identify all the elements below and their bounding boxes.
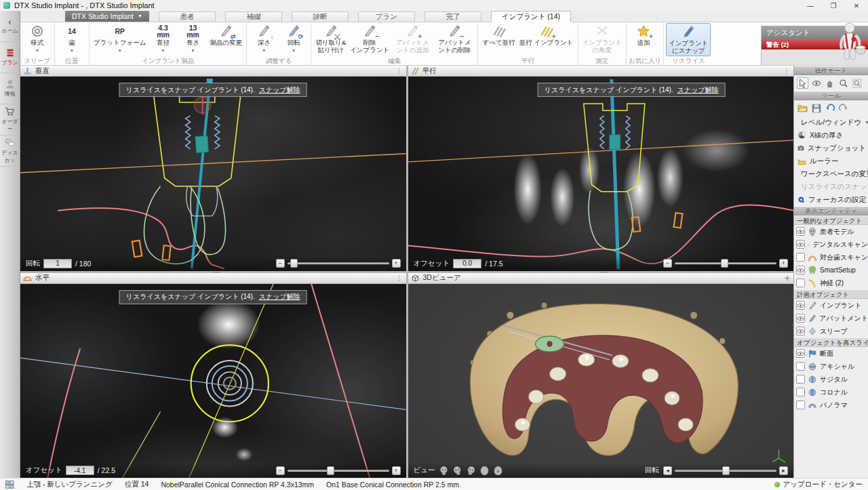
viewport-horizontal-body[interactable]: リスライスをスナップ インプラント (14). スナップ解除 オフセット -4.…	[20, 284, 406, 478]
slider-minus-button[interactable]: −	[663, 259, 672, 268]
visibility-checkbox[interactable]	[796, 388, 805, 396]
minimize-button[interactable]: —	[799, 0, 822, 11]
viewport-menu-icon[interactable]: ⋮	[783, 67, 791, 75]
skull-back-view-button[interactable]	[479, 466, 490, 476]
entity-axial[interactable]: アキシャル	[794, 360, 868, 373]
slider-plus-button[interactable]: +	[392, 259, 401, 268]
entity-cross-section[interactable]: 断面	[794, 347, 868, 360]
maximize-button[interactable]: ❐	[822, 0, 845, 11]
entity-sleeve[interactable]: スリーブ	[794, 325, 868, 338]
rotation-input[interactable]: 1	[43, 259, 72, 268]
depth-button[interactable]: ↓ 深さ ▼	[249, 23, 279, 56]
rail-item-discussion[interactable]: ディスカッ	[0, 136, 20, 167]
undo-button[interactable]	[824, 102, 835, 114]
tab-patient[interactable]: 患者	[159, 12, 216, 22]
add-favorite-button[interactable]: + 追加	[629, 23, 658, 56]
entities-header[interactable]: 表示エンティティ	[794, 206, 868, 216]
snap-to-implant-button[interactable]: インプラント にスナップ	[666, 23, 711, 56]
visibility-checkbox[interactable]	[796, 279, 805, 287]
redo-button[interactable]	[837, 102, 849, 114]
cut-paste-button[interactable]: 切り取り& 貼り付け	[313, 23, 348, 56]
tool-focus-settings[interactable]: フォーカスの設定	[794, 193, 868, 206]
slider-thumb[interactable]	[722, 466, 730, 475]
open-button[interactable]	[797, 102, 808, 114]
parallel-all-button[interactable]: すべて並行	[480, 23, 517, 56]
slider-left-button[interactable]: ◂	[663, 466, 672, 475]
horizontal-splitter-right[interactable]: •••	[408, 271, 794, 273]
chevron-down-icon[interactable]: ▼	[865, 120, 868, 125]
entity-nerve[interactable]: 神経 (2)	[794, 277, 868, 289]
delete-implant-button[interactable]: − 削除 インプラント	[348, 23, 391, 56]
tab-implant[interactable]: インプラント (14)	[491, 11, 571, 22]
viewport-menu-icon[interactable]: ⋮	[396, 274, 403, 282]
viewport-3d-body[interactable]: ビュー 回転 ◂ ▸	[408, 284, 794, 478]
skull-right-view-button[interactable]	[451, 464, 464, 477]
slider-thumb[interactable]	[290, 259, 298, 268]
viewport-vertical-body[interactable]: リスライスをスナップ インプラント (14). スナップ解除 回転 1 / 18…	[20, 77, 406, 271]
tooth-position-button[interactable]: 14 歯 ▼	[57, 23, 87, 56]
rail-item-plan[interactable]: プラン	[0, 42, 20, 73]
entity-sagittal[interactable]: サジタル	[794, 373, 868, 386]
tool-level-window[interactable]: レベル/ウィンドウ ▼	[794, 116, 868, 129]
rotation-button[interactable]: ⟳ 回転 ▼	[279, 23, 309, 56]
slider-thumb[interactable]	[327, 466, 334, 475]
entity-panorama[interactable]: パノラマ	[794, 399, 868, 411]
viewport-menu-icon[interactable]: ⋮	[396, 67, 403, 75]
entity-coronal[interactable]: コロナル	[794, 386, 868, 399]
parallel-implant-button[interactable]: + 並行 インプラント	[517, 23, 576, 56]
snap-release-link[interactable]: スナップ解除	[259, 85, 300, 95]
tab-plan[interactable]: プラン	[358, 12, 415, 22]
visibility-checkbox[interactable]	[796, 362, 805, 371]
visibility-checkbox[interactable]	[796, 314, 805, 323]
implant-angle-button[interactable]: インプラント の角度	[580, 23, 624, 56]
viewport-move-icon[interactable]: ✛	[785, 274, 791, 282]
skull-left-view-button[interactable]	[465, 464, 477, 477]
visibility-checkbox[interactable]	[796, 301, 805, 310]
sleeve-style-button[interactable]: 様式 ▼	[22, 23, 52, 56]
tool-reslice-snap[interactable]: リスライスのスナップ	[794, 180, 868, 193]
entity-abutment[interactable]: アバットメント	[794, 312, 868, 325]
slider-track[interactable]	[675, 470, 776, 472]
slider-track[interactable]	[288, 262, 389, 264]
visibility-checkbox[interactable]	[796, 349, 805, 358]
visibility-checkbox[interactable]	[796, 375, 805, 384]
entity-patient-model[interactable]: 患者モデル	[794, 225, 868, 238]
slider-plus-button[interactable]: +	[779, 259, 788, 268]
delete-abutment-button[interactable]: − アバットメントの削除	[433, 23, 475, 56]
upload-center[interactable]: アップロード・センター	[774, 480, 863, 489]
save-button[interactable]	[810, 102, 822, 114]
tab-finish[interactable]: 完了	[425, 12, 481, 22]
tools-header[interactable]: ツール	[794, 91, 868, 100]
visibility-checkbox[interactable]	[796, 240, 805, 249]
rail-item-order[interactable]: オーダー	[0, 104, 20, 136]
pan-mode-button[interactable]	[824, 77, 835, 89]
application-menu-button[interactable]: DTX Studio Implant ▼	[65, 10, 149, 22]
visibility-mode-button[interactable]	[810, 77, 822, 89]
entity-antagonist-scan[interactable]: 対合歯スキャン	[794, 251, 868, 264]
change-product-button[interactable]: ⇄ 製品の変更	[208, 23, 245, 56]
platform-button[interactable]: RP プラットフォーム ▼	[92, 23, 149, 56]
rail-item-info[interactable]: 情報	[0, 73, 20, 104]
skull-front-view-button[interactable]	[439, 466, 449, 476]
rail-item-home[interactable]: ‹ ホーム	[0, 11, 20, 42]
slider-plus-button[interactable]: +	[392, 466, 401, 475]
add-abutment-button[interactable]: + アバットメントの追加	[391, 23, 433, 56]
select-mode-button[interactable]	[797, 77, 808, 89]
close-button[interactable]: ✕	[845, 0, 868, 11]
visibility-checkbox[interactable]	[796, 253, 805, 262]
entity-dental-scan[interactable]: デンタルスキャン	[794, 238, 868, 251]
tool-change-workspace[interactable]: ワークスペースの変更	[794, 167, 868, 180]
tab-prosthetic[interactable]: 補綴	[225, 12, 282, 22]
length-button[interactable]: 13 mm 長さ ▼	[178, 23, 208, 56]
zoom-region-mode-button[interactable]	[851, 77, 863, 89]
operation-mode-header[interactable]: 操作モード	[794, 66, 868, 75]
tool-xray-thickness[interactable]: X線の厚さ	[794, 129, 868, 142]
skull-top-view-button[interactable]	[493, 466, 503, 476]
visibility-checkbox[interactable]	[796, 227, 805, 236]
horizontal-splitter[interactable]: •••	[20, 271, 406, 273]
slider-thumb[interactable]	[721, 259, 728, 268]
slider-minus-button[interactable]: −	[276, 466, 285, 475]
slider-right-button[interactable]: ▸	[779, 466, 788, 475]
slider-track[interactable]	[288, 470, 389, 472]
tab-diagnose[interactable]: 診断	[292, 12, 349, 22]
